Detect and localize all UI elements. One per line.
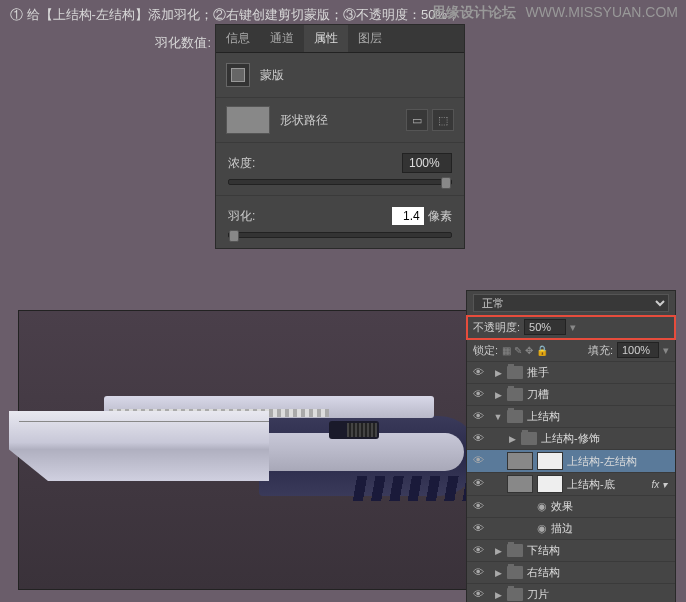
folder-icon <box>507 366 523 379</box>
layers-panel: 正常 不透明度: ▾ 锁定: ▦ ✎ ✥ 🔒 填充: ▾ 👁▶推手👁▶刀槽👁▼上… <box>466 290 676 602</box>
blend-mode-row: 正常 <box>467 291 675 316</box>
visibility-icon[interactable]: 👁 <box>471 500 485 514</box>
layer-name: 描边 <box>551 521 573 536</box>
folder-icon <box>507 410 523 423</box>
folder-icon <box>507 544 523 557</box>
tab-layers[interactable]: 图层 <box>348 25 392 52</box>
lock-move-icon[interactable]: ✥ <box>525 345 533 356</box>
layer-name: 推手 <box>527 365 549 380</box>
visibility-icon[interactable]: 👁 <box>471 544 485 558</box>
lock-brush-icon[interactable]: ✎ <box>514 345 522 356</box>
feather-slider[interactable] <box>228 232 452 238</box>
layer-name: 上结构 <box>527 409 560 424</box>
visibility-icon[interactable]: 👁 <box>471 588 485 602</box>
mask-icon[interactable] <box>226 63 250 87</box>
layer-name: 刀片 <box>527 587 549 602</box>
layer-name: 刀槽 <box>527 387 549 402</box>
layer-name: 下结构 <box>527 543 560 558</box>
layer-上结构-左结构[interactable]: 👁上结构-左结构 <box>467 450 675 473</box>
twirl-icon[interactable]: ▶ <box>493 368 503 378</box>
opacity-input[interactable] <box>524 319 566 335</box>
tab-properties[interactable]: 属性 <box>304 25 348 52</box>
layer-上结构-底[interactable]: 👁上结构-底fx ▾ <box>467 473 675 496</box>
density-slider[interactable] <box>228 179 452 185</box>
layer-name: 上结构-修饰 <box>541 431 600 446</box>
shape-path-label: 形状路径 <box>280 112 328 129</box>
layer-右结构[interactable]: 👁▶右结构 <box>467 562 675 584</box>
mask-section: 蒙版 <box>216 53 464 97</box>
density-value[interactable]: 100% <box>402 153 452 173</box>
fx-bullet: ◉ <box>537 522 547 535</box>
lock-label: 锁定: <box>473 343 498 358</box>
shape-path-section: 形状路径 ▭ ⬚ <box>216 97 464 142</box>
layer-刀片[interactable]: 👁▶刀片 <box>467 584 675 602</box>
visibility-icon[interactable]: 👁 <box>471 522 485 536</box>
layer-描边[interactable]: 👁◉描边 <box>467 518 675 540</box>
twirl-icon[interactable]: ▶ <box>493 390 503 400</box>
feather-label: 羽化: <box>228 208 255 225</box>
folder-icon <box>507 388 523 401</box>
watermark-url: WWW.MISSYUAN.COM <box>526 4 678 20</box>
layer-效果[interactable]: 👁◉效果 <box>467 496 675 518</box>
watermark-name: 思缘设计论坛 <box>432 4 516 20</box>
tab-info[interactable]: 信息 <box>216 25 260 52</box>
fx-indicator[interactable]: fx ▾ <box>651 479 671 490</box>
opacity-dropdown-icon[interactable]: ▾ <box>570 321 576 334</box>
layer-thumb <box>507 475 533 493</box>
fx-bullet: ◉ <box>537 500 547 513</box>
mask-thumb <box>537 452 563 470</box>
mask-thumb <box>537 475 563 493</box>
visibility-icon[interactable]: 👁 <box>471 454 485 468</box>
knife-illustration <box>9 371 479 521</box>
twirl-icon[interactable]: ▶ <box>493 590 503 600</box>
visibility-icon[interactable]: 👁 <box>471 410 485 424</box>
density-label: 浓度: <box>228 155 255 172</box>
lock-row: 锁定: ▦ ✎ ✥ 🔒 填充: ▾ <box>467 339 675 362</box>
opacity-row: 不透明度: ▾ <box>467 316 675 339</box>
path-select-icon[interactable]: ▭ <box>406 109 428 131</box>
visibility-icon[interactable]: 👁 <box>471 432 485 446</box>
lock-all-icon[interactable]: 🔒 <box>536 345 548 356</box>
folder-icon <box>507 588 523 601</box>
feather-input[interactable] <box>391 206 425 226</box>
layer-上结构[interactable]: 👁▼上结构 <box>467 406 675 428</box>
fill-dropdown-icon[interactable]: ▾ <box>663 344 669 357</box>
visibility-icon[interactable]: 👁 <box>471 388 485 402</box>
visibility-icon[interactable]: 👁 <box>471 477 485 491</box>
canvas-preview <box>18 310 468 590</box>
folder-icon <box>521 432 537 445</box>
fill-label: 填充: <box>588 343 613 358</box>
layer-name: 上结构-左结构 <box>567 454 637 469</box>
folder-icon <box>507 566 523 579</box>
layer-thumb <box>507 452 533 470</box>
lock-transparent-icon[interactable]: ▦ <box>502 345 511 356</box>
feather-section: 羽化: 像素 <box>216 195 464 248</box>
tab-channel[interactable]: 通道 <box>260 25 304 52</box>
opacity-label: 不透明度: <box>473 320 520 335</box>
blend-mode-select[interactable]: 正常 <box>473 294 669 312</box>
watermark: 思缘设计论坛 WWW.MISSYUAN.COM <box>432 4 678 22</box>
layer-刀槽[interactable]: 👁▶刀槽 <box>467 384 675 406</box>
density-section: 浓度: 100% <box>216 142 464 195</box>
twirl-icon[interactable]: ▶ <box>493 546 503 556</box>
twirl-icon[interactable]: ▶ <box>507 434 517 444</box>
twirl-icon[interactable]: ▼ <box>493 412 503 422</box>
panel-tabs: 信息 通道 属性 图层 <box>216 25 464 53</box>
feather-unit: 像素 <box>428 209 452 223</box>
properties-panel: 信息 通道 属性 图层 蒙版 形状路径 ▭ ⬚ 浓度: 100% 羽化: 像素 <box>215 24 465 249</box>
twirl-icon[interactable]: ▶ <box>493 568 503 578</box>
visibility-icon[interactable]: 👁 <box>471 566 485 580</box>
layer-name: 右结构 <box>527 565 560 580</box>
layer-list: 👁▶推手👁▶刀槽👁▼上结构👁▶上结构-修饰👁上结构-左结构👁上结构-底fx ▾👁… <box>467 362 675 602</box>
shape-thumbnail[interactable] <box>226 106 270 134</box>
layer-name: 上结构-底 <box>567 477 615 492</box>
visibility-icon[interactable]: 👁 <box>471 366 485 380</box>
mask-label: 蒙版 <box>260 67 284 84</box>
layer-上结构-修饰[interactable]: 👁▶上结构-修饰 <box>467 428 675 450</box>
fill-input[interactable] <box>617 342 659 358</box>
path-bounds-icon[interactable]: ⬚ <box>432 109 454 131</box>
layer-推手[interactable]: 👁▶推手 <box>467 362 675 384</box>
layer-下结构[interactable]: 👁▶下结构 <box>467 540 675 562</box>
layer-name: 效果 <box>551 499 573 514</box>
